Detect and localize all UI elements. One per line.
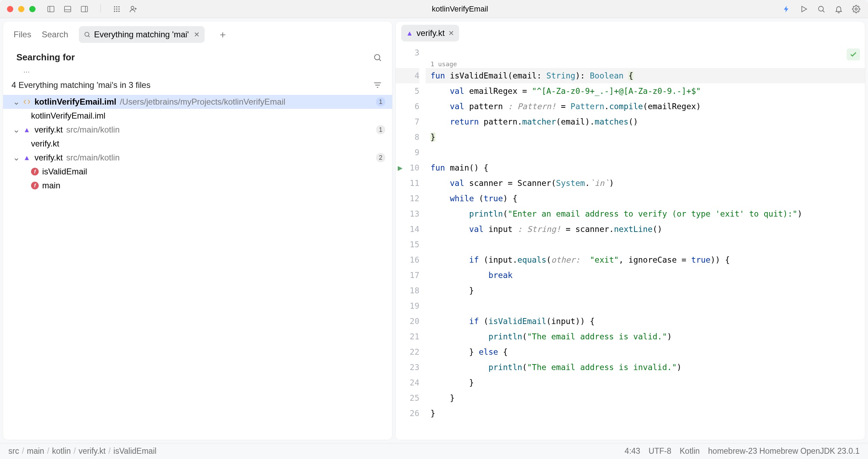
code-line[interactable]: val emailRegex = "^[A-Za-z0-9+_.-]+@[A-Z… (426, 83, 865, 99)
code-line[interactable]: } else { (426, 344, 865, 360)
tab-files[interactable]: Files (14, 30, 31, 39)
function-icon: f (31, 182, 39, 189)
close-window-button[interactable] (7, 6, 13, 12)
encoding[interactable]: UTF-8 (649, 446, 671, 456)
panel-right-icon[interactable] (79, 4, 89, 14)
search-results-tree: ⌄kotlinVerifyEmail.iml /Users/jetbrains/… (3, 95, 392, 440)
code-line[interactable]: val input : String! = scanner.nextLine() (426, 221, 865, 237)
code-line[interactable]: while (true) { (426, 191, 865, 206)
code-line[interactable]: fun main() { (426, 160, 865, 175)
chevron-down-icon[interactable]: ⌄ (13, 125, 19, 135)
bolt-icon[interactable] (782, 4, 791, 14)
panel-bottom-icon[interactable] (63, 4, 73, 14)
window-title: kotlinVerifyEmail (138, 5, 782, 14)
searching-for-label: Searching for (16, 52, 75, 63)
code-line[interactable] (426, 237, 865, 252)
search-summary: 4 Everything matching 'mai's in 3 files (3, 77, 392, 95)
code-line[interactable]: } (426, 283, 865, 298)
tree-file-row[interactable]: ⌄kotlinVerifyEmail.iml /Users/jetbrains/… (3, 95, 392, 109)
breadcrumb[interactable]: src/main/kotlin/verify.kt/isValidEmail (8, 446, 157, 456)
run-gutter-icon[interactable]: ▶ (398, 160, 403, 175)
tree-file-row[interactable]: ⌄▲verify.kt src/main/kotlin1 (3, 123, 392, 137)
code-line[interactable] (426, 45, 865, 60)
svg-point-13 (116, 10, 117, 12)
search-ellipsis: ... (3, 66, 392, 77)
svg-line-25 (379, 59, 381, 61)
code-line[interactable]: fun isValidEmail(email: String): Boolean… (426, 68, 865, 83)
bell-icon[interactable] (834, 4, 844, 14)
gear-icon[interactable] (851, 4, 861, 14)
usage-hint[interactable]: 1 usage (426, 60, 865, 68)
breadcrumb-segment[interactable]: kotlin (52, 446, 71, 456)
code-line[interactable]: if (isValidEmail(input)) { (426, 314, 865, 329)
svg-marker-18 (802, 6, 807, 12)
code-line[interactable] (426, 298, 865, 314)
close-icon[interactable]: ✕ (194, 30, 200, 39)
language[interactable]: Kotlin (680, 446, 700, 456)
svg-point-9 (114, 8, 115, 10)
svg-point-7 (116, 6, 117, 7)
gutter-line: 6 (396, 99, 419, 114)
breadcrumb-segment[interactable]: isValidEmail (113, 446, 157, 456)
function-icon: f (31, 168, 39, 175)
svg-point-21 (855, 8, 857, 10)
gutter-line: 26 (396, 406, 419, 421)
code-line[interactable] (426, 145, 865, 160)
code-line[interactable]: } (426, 375, 865, 390)
chevron-down-icon[interactable]: ⌄ (13, 97, 19, 107)
tree-file-row[interactable]: ⌄▲verify.kt src/main/kotlin2 (3, 151, 392, 165)
tree-leaf[interactable]: fisValidEmail (3, 165, 392, 179)
add-tab-button[interactable]: ＋ (218, 28, 228, 41)
search-icon[interactable] (816, 4, 826, 14)
gutter-line: 24 (396, 375, 419, 390)
file-name: kotlinVerifyEmail.iml (35, 97, 116, 107)
code-line[interactable]: println("The email address is valid.") (426, 329, 865, 344)
gutter-line: 16 (396, 252, 419, 268)
divider (100, 4, 101, 13)
svg-rect-4 (81, 6, 87, 12)
run-icon[interactable] (799, 4, 809, 14)
filter-icon[interactable] (373, 80, 382, 90)
apps-grid-icon[interactable] (112, 4, 122, 14)
close-icon[interactable]: ✕ (448, 29, 454, 37)
code-line[interactable]: return pattern.matcher(email).matches() (426, 114, 865, 129)
jdk[interactable]: homebrew-23 Homebrew OpenJDK 23.0.1 (708, 446, 860, 456)
chevron-down-icon[interactable]: ⌄ (13, 153, 19, 163)
editor-body[interactable]: 3456789▶10111213141516171819202122232425… (396, 45, 865, 440)
minimize-window-button[interactable] (18, 6, 24, 12)
search-tab-pill[interactable]: Everything matching 'mai' ✕ (79, 26, 205, 43)
breadcrumb-segment[interactable]: main (27, 446, 44, 456)
code-line[interactable]: } (426, 406, 865, 421)
gutter-line: 3 (396, 45, 419, 60)
maximize-window-button[interactable] (29, 6, 36, 12)
result-count-badge: 2 (376, 153, 385, 162)
panel-left-icon[interactable] (46, 4, 56, 14)
code-line[interactable]: println("Enter an email address to verif… (426, 206, 865, 221)
svg-point-6 (114, 6, 115, 7)
file-name: verify.kt (35, 153, 63, 163)
tree-leaf[interactable]: verify.kt (3, 137, 392, 151)
tree-leaf[interactable]: kotlinVerifyEmail.iml (3, 109, 392, 123)
tab-search[interactable]: Search (42, 30, 68, 39)
breadcrumb-separator: / (47, 446, 49, 456)
gutter-line: 19 (396, 298, 419, 314)
editor-tab-verify[interactable]: ▲ verify.kt ✕ (401, 25, 459, 42)
breadcrumb-segment[interactable]: verify.kt (78, 446, 106, 456)
gutter-line: 18 (396, 283, 419, 298)
breadcrumb-segment[interactable]: src (8, 446, 19, 456)
file-path: /Users/jetbrains/myProjects/kotlinVerify… (120, 97, 285, 107)
code-line[interactable]: val pattern : Pattern! = Pattern.compile… (426, 99, 865, 114)
code-area[interactable]: 1 usagefun isValidEmail(email: String): … (426, 45, 865, 440)
add-person-icon[interactable] (129, 4, 138, 14)
code-line[interactable]: if (input.equals(other: "exit", ignoreCa… (426, 252, 865, 268)
search-icon[interactable] (373, 53, 382, 62)
code-line[interactable]: } (426, 390, 865, 406)
tree-leaf[interactable]: fmain (3, 179, 392, 193)
code-line[interactable]: } (426, 129, 865, 145)
code-line[interactable]: val scanner = Scanner(System.`in`) (426, 175, 865, 191)
file-path: src/main/kotlin (66, 153, 120, 163)
cursor-position[interactable]: 4:43 (625, 446, 640, 456)
code-line[interactable]: println("The email address is invalid.") (426, 360, 865, 375)
main-split: Files Search Everything matching 'mai' ✕… (0, 18, 868, 443)
code-line[interactable]: break (426, 268, 865, 283)
